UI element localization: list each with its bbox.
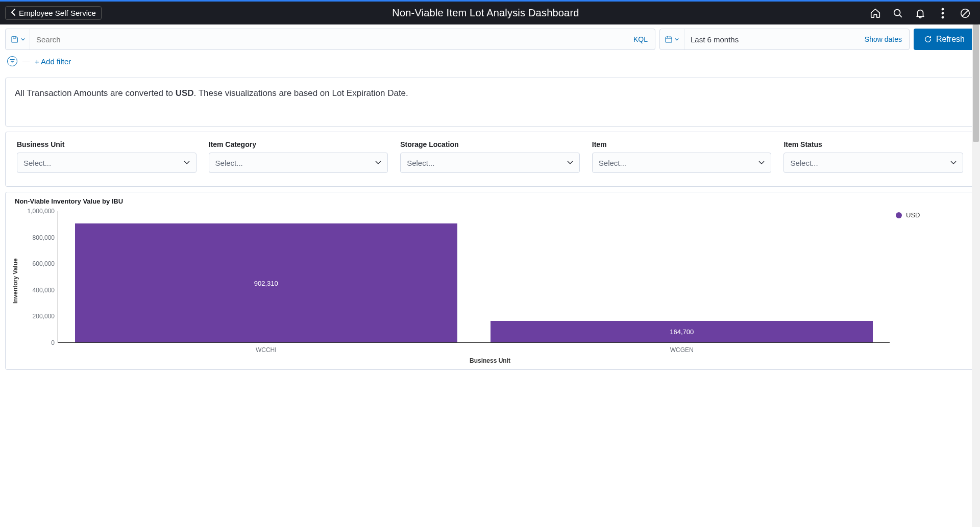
kql-toggle[interactable]: KQL — [626, 35, 655, 43]
selector-group: Storage LocationSelect... — [400, 140, 580, 173]
search-group: KQL — [5, 29, 655, 50]
info-currency: USD — [176, 88, 194, 98]
y-tick: 1,000,000 — [28, 208, 55, 215]
selector-label: Storage Location — [400, 140, 580, 148]
svg-point-3 — [942, 16, 944, 18]
scrollbar-thumb[interactable] — [973, 24, 979, 142]
selectors-panel: Business UnitSelect...Item CategorySelec… — [5, 132, 975, 187]
header-actions — [870, 8, 975, 19]
chevron-down-icon — [758, 159, 765, 166]
filter-separator: — — [22, 57, 30, 65]
chevron-down-icon — [184, 159, 190, 166]
refresh-label: Refresh — [936, 35, 965, 44]
chart-legend: USD — [893, 207, 969, 355]
saved-query-button[interactable] — [6, 29, 30, 49]
selector-group: Business UnitSelect... — [17, 140, 197, 173]
selector-placeholder: Select... — [23, 159, 51, 167]
svg-point-2 — [942, 12, 944, 14]
info-panel: All Transaction Amounts are converted to… — [5, 78, 975, 127]
selector-label: Item Category — [209, 140, 388, 148]
selector-dropdown[interactable]: Select... — [592, 153, 772, 173]
selector-placeholder: Select... — [407, 159, 434, 167]
chart-plot-area: 902,310WCCHI164,700WCGEN — [58, 211, 890, 343]
date-range-group: Last 6 months Show dates — [659, 29, 910, 50]
selector-placeholder: Select... — [215, 159, 243, 167]
chart-panel: Non-Viable Inventory Value by IBU Invent… — [5, 192, 975, 370]
search-input[interactable] — [30, 35, 626, 44]
legend-swatch — [896, 212, 902, 218]
chevron-down-icon — [950, 159, 957, 166]
selector-dropdown[interactable]: Select... — [17, 153, 197, 173]
query-bar: KQL Last 6 months Show dates Refresh — [5, 29, 975, 50]
y-tick: 0 — [51, 339, 55, 346]
y-tick: 800,000 — [33, 234, 55, 241]
filter-settings-icon[interactable] — [7, 56, 17, 66]
search-icon[interactable] — [892, 8, 903, 19]
date-picker-button[interactable] — [660, 29, 684, 49]
svg-point-1 — [942, 8, 944, 10]
selector-group: Item StatusSelect... — [783, 140, 963, 173]
show-dates-link[interactable]: Show dates — [857, 35, 909, 43]
selector-dropdown[interactable]: Select... — [209, 153, 388, 173]
date-range-text[interactable]: Last 6 months — [684, 35, 857, 44]
selector-label: Item — [592, 140, 772, 148]
chevron-left-icon — [11, 9, 16, 17]
chevron-down-icon — [567, 159, 573, 166]
bar-value-label: 164,700 — [670, 328, 694, 335]
selector-group: ItemSelect... — [592, 140, 772, 173]
page-title: Non-Viable Item Lot Analysis Dashboard — [102, 7, 870, 19]
info-text: All Transaction Amounts are converted to… — [15, 87, 965, 99]
x-tick: WCGEN — [670, 346, 694, 354]
more-icon[interactable] — [937, 8, 948, 19]
legend-item-usd[interactable]: USD — [896, 211, 966, 219]
chevron-down-icon — [675, 37, 679, 41]
chart-bar[interactable]: 164,700 — [491, 321, 873, 342]
chevron-down-icon — [21, 37, 25, 41]
back-button[interactable]: Employee Self Service — [5, 6, 102, 20]
y-tick: 600,000 — [33, 260, 55, 267]
chart-bar[interactable]: 902,310 — [75, 223, 457, 342]
y-tick: 400,000 — [33, 287, 55, 294]
selector-label: Business Unit — [17, 140, 197, 148]
app-header: Employee Self Service Non-Viable Item Lo… — [0, 0, 980, 24]
selector-placeholder: Select... — [790, 159, 818, 167]
x-axis-label: Business Unit — [11, 357, 969, 364]
filter-bar: — + Add filter — [5, 50, 975, 71]
y-axis-label: Inventory Value — [11, 207, 20, 355]
selector-group: Item CategorySelect... — [209, 140, 388, 173]
selector-dropdown[interactable]: Select... — [783, 153, 963, 173]
add-filter-link[interactable]: + Add filter — [35, 57, 71, 66]
y-tick: 200,000 — [33, 313, 55, 320]
refresh-button[interactable]: Refresh — [914, 29, 975, 50]
info-suffix: . These visualizations are based on Lot … — [194, 88, 408, 98]
compass-icon[interactable] — [960, 8, 971, 19]
selector-placeholder: Select... — [599, 159, 626, 167]
bar-value-label: 902,310 — [254, 279, 278, 287]
vertical-scrollbar[interactable] — [972, 24, 980, 380]
x-tick: WCCHI — [256, 346, 277, 354]
svg-rect-5 — [666, 37, 672, 42]
refresh-icon — [924, 35, 932, 43]
chevron-down-icon — [375, 159, 381, 166]
home-icon[interactable] — [870, 8, 881, 19]
chart-body: Inventory Value 0200,000400,000600,00080… — [11, 207, 969, 355]
legend-label: USD — [906, 211, 920, 219]
selector-label: Item Status — [783, 140, 963, 148]
info-prefix: All Transaction Amounts are converted to — [15, 88, 176, 98]
bell-icon[interactable] — [915, 8, 926, 19]
chart-title: Non-Viable Inventory Value by IBU — [11, 194, 969, 207]
y-axis-ticks: 0200,000400,000600,000800,0001,000,000 — [20, 207, 58, 355]
selector-dropdown[interactable]: Select... — [400, 153, 580, 173]
back-label: Employee Self Service — [19, 9, 96, 17]
dashboard-body: KQL Last 6 months Show dates Refresh — +… — [0, 24, 980, 380]
